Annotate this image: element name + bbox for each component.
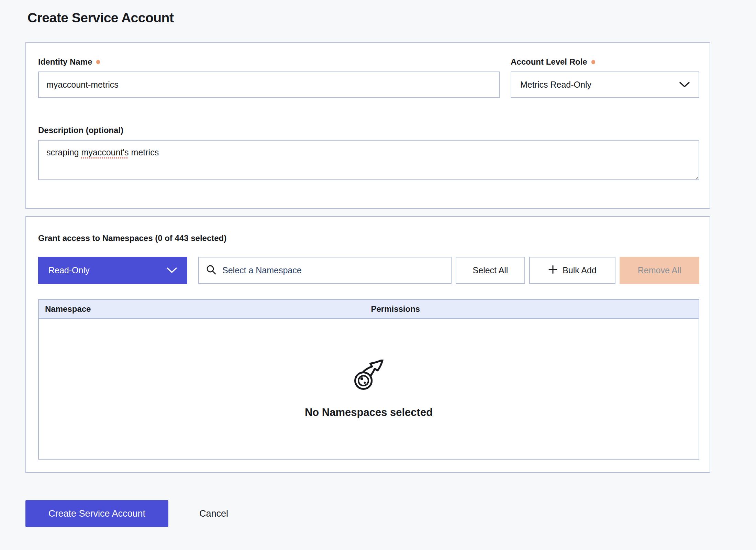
namespaces-table-body: No Namespaces selected bbox=[39, 319, 699, 459]
plus-icon bbox=[548, 265, 558, 276]
permission-role-value: Read-Only bbox=[48, 265, 90, 275]
namespaces-table: Namespace Permissions No Namespaces sele… bbox=[38, 299, 699, 460]
search-icon bbox=[206, 264, 217, 277]
description-label: Description (optional) bbox=[38, 125, 699, 135]
select-all-button[interactable]: Select All bbox=[456, 257, 525, 284]
grant-namespaces-heading: Grant access to Namespaces (0 of 443 sel… bbox=[38, 233, 699, 243]
required-dot-icon bbox=[591, 60, 595, 64]
comet-icon bbox=[352, 360, 385, 393]
namespace-controls-row: Read-Only Select All Bulk Add Remove All bbox=[38, 257, 699, 284]
empty-state: No Namespaces selected bbox=[305, 360, 433, 419]
required-dot-icon bbox=[96, 60, 100, 64]
permission-role-dropdown[interactable]: Read-Only bbox=[38, 257, 187, 284]
identity-name-label: Identity Name bbox=[38, 57, 500, 67]
account-role-select[interactable]: Metrics Read-Only bbox=[511, 72, 699, 98]
empty-state-text: No Namespaces selected bbox=[305, 406, 433, 419]
bulk-add-label: Bulk Add bbox=[563, 265, 597, 275]
account-role-label-text: Account Level Role bbox=[511, 57, 587, 67]
namespace-search-box[interactable] bbox=[198, 257, 452, 284]
identity-name-label-text: Identity Name bbox=[38, 57, 92, 67]
select-all-label: Select All bbox=[473, 265, 508, 275]
account-role-label: Account Level Role bbox=[511, 57, 699, 67]
description-textarea[interactable]: scraping myaccount's metrics bbox=[38, 140, 699, 180]
footer-actions: Create Service Account Cancel bbox=[25, 500, 756, 527]
grant-namespaces-card: Grant access to Namespaces (0 of 443 sel… bbox=[25, 216, 710, 473]
account-role-selected-value: Metrics Read-Only bbox=[520, 80, 591, 90]
remove-all-label: Remove All bbox=[638, 265, 681, 275]
bulk-add-button[interactable]: Bulk Add bbox=[529, 257, 615, 284]
description-text-part: scraping bbox=[46, 147, 81, 157]
cancel-button[interactable]: Cancel bbox=[192, 505, 235, 522]
chevron-down-icon bbox=[679, 80, 690, 90]
identity-details-card: Identity Name Account Level Role Metrics… bbox=[25, 42, 710, 209]
namespace-search-input[interactable] bbox=[222, 265, 444, 276]
page-title: Create Service Account bbox=[0, 0, 756, 25]
remove-all-button[interactable]: Remove All bbox=[620, 257, 699, 284]
identity-name-input[interactable] bbox=[38, 72, 500, 98]
column-header-namespace: Namespace bbox=[39, 304, 365, 314]
description-misspelled-word: myaccount's bbox=[81, 147, 129, 157]
description-label-text: Description (optional) bbox=[38, 125, 123, 135]
column-header-permissions: Permissions bbox=[365, 304, 699, 314]
chevron-down-icon bbox=[167, 265, 177, 275]
create-service-account-button[interactable]: Create Service Account bbox=[25, 500, 168, 527]
description-text-part: metrics bbox=[129, 147, 159, 157]
namespaces-table-header: Namespace Permissions bbox=[39, 300, 699, 319]
